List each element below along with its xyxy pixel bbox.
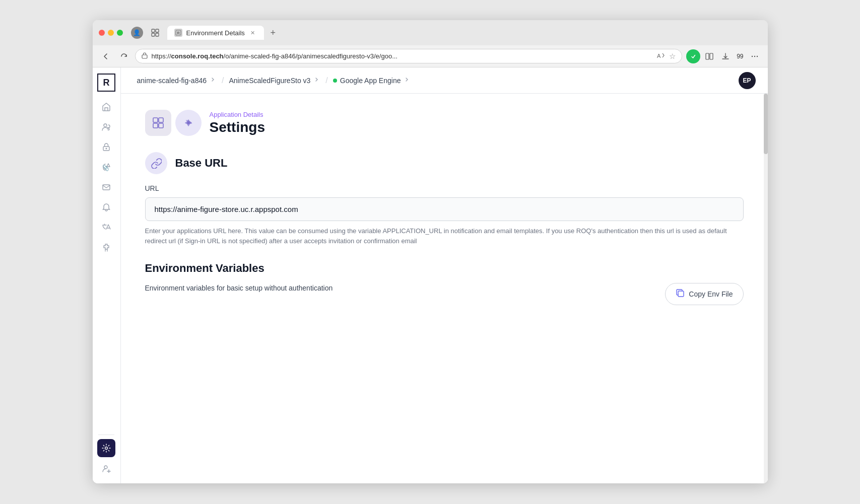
svg-point-8	[690, 53, 697, 60]
svg-point-25	[187, 122, 189, 124]
top-nav: anime-scaled-fig-a846 / AnimeScaledFigur…	[121, 67, 768, 94]
url-field-help: Enter your applications URL here. This v…	[145, 226, 744, 246]
scrollbar-track	[764, 94, 768, 483]
env-status-dot	[333, 79, 337, 83]
breadcrumb-sep-2: /	[324, 76, 328, 85]
tab-close-btn[interactable]: ✕	[249, 29, 257, 37]
svg-rect-21	[153, 118, 158, 122]
sidebar-item-user-management[interactable]	[97, 459, 115, 477]
url-input-value: https://anime-figure-store.uc.r.appspot.…	[155, 205, 734, 213]
svg-rect-2	[152, 33, 155, 36]
close-window-btn[interactable]	[99, 30, 105, 36]
svg-text:A: A	[657, 53, 661, 59]
svg-point-16	[106, 148, 107, 150]
sidebar-item-home[interactable]	[97, 98, 115, 116]
svg-rect-23	[153, 123, 158, 128]
breadcrumb-sep-1: /	[221, 76, 225, 85]
env-section-title: Environment Variables	[145, 262, 744, 275]
read-aloud-icon[interactable]: A	[657, 51, 665, 61]
sidebar-item-plugins[interactable]	[97, 239, 115, 257]
sidebar-item-translate[interactable]	[97, 219, 115, 237]
tab-favicon: R	[174, 29, 182, 37]
badge-count: 99	[735, 52, 745, 61]
sidebar-item-notifications[interactable]	[97, 198, 115, 217]
header-icons	[145, 110, 202, 136]
header-icon-flower	[175, 110, 202, 136]
svg-point-14	[104, 124, 107, 127]
breadcrumb: anime-scaled-fig-a846 / AnimeScaledFigur…	[133, 74, 739, 87]
browser-titlebar: 👤 R Environment Details ✕	[93, 20, 768, 45]
browser-tabs: R Environment Details ✕ +	[167, 26, 762, 40]
env-indicator: Google App Engine	[333, 77, 401, 85]
url-field-label: URL	[145, 184, 744, 192]
more-options-btn[interactable]	[748, 49, 762, 63]
svg-point-20	[104, 466, 107, 469]
header-icon-grid	[145, 110, 171, 136]
copy-env-file-btn[interactable]: Copy Env File	[665, 283, 743, 305]
new-tab-btn[interactable]: +	[266, 26, 280, 40]
svg-rect-10	[710, 53, 713, 59]
section-header: Base URL	[145, 152, 744, 174]
svg-point-13	[756, 55, 757, 56]
reload-btn[interactable]	[117, 49, 131, 63]
toolbar-actions: 99	[686, 49, 761, 63]
env-variables-section: Environment Variables Environment variab…	[145, 262, 744, 305]
header-text: Application Details Settings	[210, 111, 265, 135]
env-header-row: Environment variables for basic setup wi…	[145, 283, 744, 305]
svg-rect-24	[159, 123, 163, 128]
download-btn[interactable]	[718, 49, 733, 63]
svg-rect-0	[152, 29, 155, 32]
sidebar-item-files[interactable]: 📎	[97, 158, 115, 176]
minimize-window-btn[interactable]	[108, 30, 114, 36]
user-avatar[interactable]: EP	[739, 72, 756, 89]
page-header: Application Details Settings	[145, 110, 744, 136]
scrollbar-thumb[interactable]	[764, 94, 768, 154]
app-container: R	[93, 67, 768, 483]
main-content: Application Details Settings Base UR	[121, 94, 768, 483]
sidebar-item-users[interactable]	[97, 118, 115, 136]
url-input-container[interactable]: https://anime-figure-store.uc.r.appspot.…	[145, 197, 744, 221]
url-text: https://console.roq.tech/o/anime-scaled-…	[152, 52, 653, 60]
back-btn[interactable]	[99, 49, 113, 63]
sidebar-item-mail[interactable]	[97, 178, 115, 196]
svg-text:R: R	[177, 31, 179, 35]
svg-rect-3	[156, 33, 159, 36]
grammarly-btn[interactable]	[686, 49, 700, 63]
browser-user-avatar[interactable]: 👤	[131, 27, 143, 39]
sidebar: R	[93, 67, 121, 483]
lock-icon	[142, 52, 148, 60]
page-title: Settings	[210, 119, 265, 135]
traffic-lights	[99, 30, 123, 36]
breadcrumb-org[interactable]: anime-scaled-fig-a846	[133, 74, 221, 87]
sidebar-item-security[interactable]	[97, 138, 115, 156]
section-title-base-url: Base URL	[175, 157, 228, 170]
svg-rect-9	[706, 53, 709, 59]
favorite-icon[interactable]: ☆	[669, 52, 676, 61]
sidebar-logo[interactable]: R	[97, 74, 115, 92]
svg-point-19	[105, 447, 108, 450]
address-bar[interactable]: https://console.roq.tech/o/anime-scaled-…	[135, 49, 683, 63]
breadcrumb-project[interactable]: AnimeScaledFigureSto v3	[225, 74, 324, 87]
reader-view-btn[interactable]	[702, 49, 716, 63]
browser-toolbar: https://console.roq.tech/o/anime-scaled-…	[93, 45, 768, 67]
svg-point-11	[751, 55, 752, 56]
svg-rect-22	[159, 118, 163, 122]
svg-text:📎: 📎	[102, 164, 109, 171]
copy-env-label: Copy Env File	[689, 290, 733, 298]
env-description: Environment variables for basic setup wi…	[145, 283, 333, 294]
svg-rect-26	[678, 291, 684, 297]
tab-group-icon[interactable]	[149, 27, 161, 39]
sidebar-divider	[98, 435, 114, 435]
svg-point-12	[754, 55, 755, 56]
page-breadcrumb: Application Details	[210, 111, 265, 118]
sidebar-item-settings[interactable]	[97, 439, 115, 457]
maximize-window-btn[interactable]	[117, 30, 123, 36]
active-tab[interactable]: R Environment Details ✕	[167, 26, 264, 40]
tab-title: Environment Details	[186, 29, 245, 37]
section-icon-link	[145, 152, 167, 174]
chevron-icon-2	[313, 76, 320, 85]
url-path: /o/anime-scaled-fig-a846/p/animescaledfi…	[224, 52, 398, 60]
chevron-icon-3	[404, 76, 411, 85]
breadcrumb-environment[interactable]: Google App Engine	[329, 74, 415, 87]
svg-rect-18	[103, 185, 110, 190]
